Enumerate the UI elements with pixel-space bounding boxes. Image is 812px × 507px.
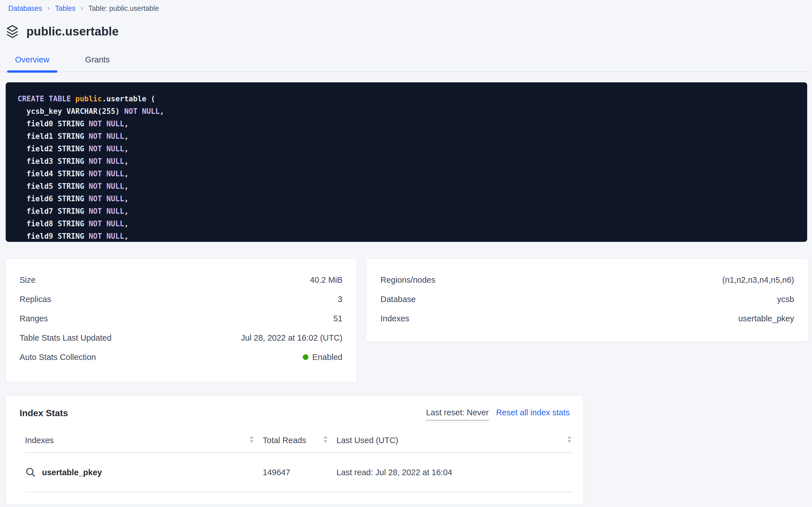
detail-label: Indexes (380, 314, 410, 323)
tab-bar: Overview Grants (0, 48, 811, 72)
table-details-card: Size 40.2 MiB Replicas 3 Ranges 51 Table… (6, 259, 357, 382)
tab-overview-label: Overview (15, 55, 49, 64)
breadcrumb-link-databases[interactable]: Databases (8, 4, 42, 12)
sort-arrows-icon[interactable] (322, 435, 328, 446)
tab-grants-label: Grants (85, 55, 110, 64)
tab-grants[interactable]: Grants (77, 48, 118, 71)
detail-row-regions: Regions/nodes (n1,n2,n3,n4,n5,n6) (380, 270, 794, 290)
column-label: Indexes (25, 436, 54, 445)
breadcrumb: Databases › Tables › Table: public.usert… (8, 3, 812, 14)
table-details-page: Databases › Tables › Table: public.usert… (0, 0, 812, 507)
detail-label: Database (380, 295, 416, 304)
index-stats-table: Indexes Total Reads Last Used (UTC) (25, 436, 572, 492)
table-meta-card: Regions/nodes (n1,n2,n3,n4,n5,n6) Databa… (366, 259, 809, 342)
breadcrumb-link-tables[interactable]: Tables (55, 4, 75, 12)
detail-value: (n1,n2,n3,n4,n5,n6) (722, 275, 794, 285)
tab-overview[interactable]: Overview (7, 48, 57, 71)
create-statement-code-block[interactable]: CREATE TABLE public.usertable ( ycsb_key… (6, 82, 807, 242)
total-reads-value: 149647 (263, 468, 290, 477)
sql-line: ycsb_key VARCHAR(255) NOT NULL, (17, 105, 807, 117)
sql-line: field7 STRING NOT NULL, (17, 205, 807, 217)
sql-line: field4 STRING NOT NULL, (17, 167, 807, 180)
sql-line: field9 STRING NOT NULL, (17, 230, 807, 242)
table-header-row: Indexes Total Reads Last Used (UTC) (25, 436, 572, 453)
sort-arrows-icon[interactable] (566, 435, 572, 446)
column-label: Last Used (UTC) (336, 436, 398, 445)
detail-label: Table Stats Last Updated (19, 333, 112, 343)
sql-line: field1 STRING NOT NULL, (17, 130, 807, 143)
sql-line: field0 STRING NOT NULL, (17, 117, 807, 130)
column-header-last-used[interactable]: Last Used (UTC) (336, 435, 572, 446)
index-stats-row-usertable-pkey[interactable]: usertable_pkey 149647 Last read: Jul 28,… (25, 453, 572, 492)
last-used-value: Last read: Jul 28, 2022 at 16:04 (336, 468, 452, 477)
reset-all-index-stats-link[interactable]: Reset all index stats (496, 408, 570, 417)
sql-line: field5 STRING NOT NULL, (17, 180, 807, 192)
detail-row-stats-updated: Table Stats Last Updated Jul 28, 2022 at… (19, 328, 342, 347)
status-badge: Enabled (303, 352, 342, 362)
detail-value: 51 (333, 314, 342, 323)
detail-label: Replicas (19, 295, 51, 304)
page-title: public.usertable (26, 25, 119, 38)
detail-cards-row: Size 40.2 MiB Replicas 3 Ranges 51 Table… (6, 259, 812, 382)
index-stats-title: Index Stats (19, 408, 68, 418)
sql-line: field8 STRING NOT NULL, (17, 217, 807, 230)
detail-label: Regions/nodes (380, 275, 435, 285)
green-dot-icon (303, 354, 308, 360)
column-label: Total Reads (263, 436, 306, 445)
detail-value: ycsb (777, 295, 794, 304)
stack-layers-icon (6, 24, 19, 39)
chevron-right-icon: › (80, 4, 83, 11)
status-text: Enabled (312, 352, 342, 362)
last-reset-label[interactable]: Last reset: Never (426, 408, 489, 421)
detail-row-indexes: Indexes usertable_pkey (380, 309, 794, 328)
index-stats-header: Index Stats Last reset: Never Reset all … (19, 408, 572, 421)
chevron-right-icon: › (47, 4, 50, 11)
detail-label: Ranges (19, 314, 48, 323)
magnifier-icon (25, 467, 36, 478)
last-used-cell: Last read: Jul 28, 2022 at 16:04 (336, 468, 572, 477)
detail-row-replicas: Replicas 3 (19, 290, 342, 309)
detail-label: Size (19, 275, 36, 285)
index-stats-controls: Last reset: Never Reset all index stats (426, 408, 570, 421)
sql-line: CREATE TABLE public.usertable ( (17, 93, 807, 105)
detail-value: usertable_pkey (738, 314, 794, 323)
column-header-total-reads[interactable]: Total Reads (263, 435, 328, 446)
page-header: public.usertable (6, 23, 812, 40)
detail-row-ranges: Ranges 51 (19, 309, 342, 328)
total-reads-cell: 149647 (263, 468, 328, 477)
index-name-cell: usertable_pkey (25, 467, 255, 478)
detail-value: 40.2 MiB (310, 275, 342, 285)
index-stats-card: Index Stats Last reset: Never Reset all … (6, 396, 583, 505)
detail-value: Jul 28, 2022 at 16:02 (UTC) (241, 333, 342, 343)
detail-row-database: Database ycsb (380, 290, 794, 309)
breadcrumb-current: Table: public.usertable (88, 4, 159, 12)
sql-line: field6 STRING NOT NULL, (17, 192, 807, 205)
index-name-link[interactable]: usertable_pkey (42, 468, 102, 477)
detail-row-auto-stats: Auto Stats Collection Enabled (19, 347, 342, 367)
sort-arrows-icon[interactable] (249, 435, 255, 446)
detail-label: Auto Stats Collection (19, 352, 96, 362)
sql-line: field2 STRING NOT NULL, (17, 143, 807, 155)
detail-row-size: Size 40.2 MiB (19, 270, 342, 290)
sql-line: field3 STRING NOT NULL, (17, 155, 807, 167)
column-header-indexes[interactable]: Indexes (25, 435, 255, 446)
detail-value: 3 (338, 295, 342, 304)
